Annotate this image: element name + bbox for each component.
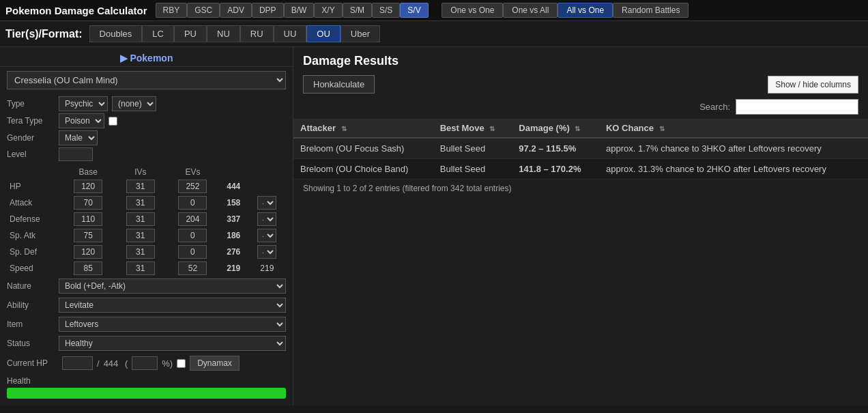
mode-btn-allvsone[interactable]: All vs One: [558, 3, 613, 18]
stat-row-spdef: Sp. Def276--: [7, 244, 286, 260]
type-select[interactable]: Psychic: [59, 96, 108, 111]
stat-nature-sel-3[interactable]: --: [257, 229, 276, 242]
stat-evs-input-3[interactable]: [178, 229, 207, 242]
type-row: Type Psychic (none): [7, 96, 286, 111]
results-toolbar: Honkalculate Show / hide columns: [293, 72, 868, 96]
current-hp-label: Current HP: [7, 358, 58, 368]
stat-ivs-input-5[interactable]: [126, 261, 155, 275]
stat-ivs-input-4[interactable]: [126, 245, 155, 259]
gen-btn-sv[interactable]: S/V: [400, 3, 428, 18]
mode-btn-onevsone[interactable]: One vs One: [442, 3, 503, 18]
damage-results-title: Damage Results: [293, 47, 868, 72]
stat-ivs-input-2[interactable]: [126, 212, 155, 226]
current-hp-input[interactable]: 444: [62, 356, 93, 370]
gen-btn-sm[interactable]: S/M: [343, 3, 372, 18]
status-select[interactable]: Healthy: [59, 336, 286, 351]
stat-row-speed: Speed219219: [7, 260, 286, 276]
status-label: Status: [7, 339, 55, 348]
stat-ivs-input-1[interactable]: [126, 196, 155, 210]
show-hide-columns-button[interactable]: Show / hide columns: [768, 76, 858, 94]
stat-col-base: Base: [62, 166, 115, 178]
stat-evs-input-5[interactable]: [178, 261, 207, 275]
stat-evs-input-4[interactable]: [178, 245, 207, 259]
gen-btn-dpp[interactable]: DPP: [252, 3, 284, 18]
tier-btn-ru[interactable]: RU: [240, 25, 274, 42]
stat-nature-sel-1[interactable]: --: [257, 196, 276, 210]
stat-row-hp: HP444: [7, 178, 286, 195]
col-kochance[interactable]: KO Chance ⇅: [599, 119, 868, 138]
hp-pct-input[interactable]: 100: [132, 356, 158, 370]
nature-select[interactable]: Bold (+Def, -Atk): [59, 279, 286, 294]
stat-evs-input-2[interactable]: [178, 212, 207, 226]
tier-btn-uber[interactable]: Uber: [341, 25, 380, 42]
stat-nature-sel-4[interactable]: --: [257, 245, 276, 259]
bestmove-sort-icon: ⇅: [489, 125, 495, 132]
tier-btn-lc[interactable]: LC: [142, 25, 174, 42]
stat-base-input-5[interactable]: [74, 261, 102, 275]
stat-base-input-4[interactable]: [74, 245, 102, 259]
stat-evs-input-1[interactable]: [178, 196, 207, 210]
stat-nature-sel-2[interactable]: --: [257, 212, 276, 226]
pokemon-select[interactable]: Cresselia (OU Calm Mind): [7, 71, 286, 89]
tier-btn-doubles[interactable]: Doubles: [89, 25, 143, 42]
ability-row: Ability Levitate: [0, 296, 293, 315]
pokemon-link[interactable]: Pokemon: [120, 53, 173, 63]
tier-btn-ou[interactable]: OU: [306, 25, 341, 42]
gen-btn-gsc[interactable]: GSC: [187, 3, 220, 18]
item-select[interactable]: Leftovers: [59, 317, 286, 332]
stat-name-4: Sp. Def: [7, 244, 62, 260]
stat-col-total: [219, 166, 248, 178]
tier-btn-uu[interactable]: UU: [274, 25, 307, 42]
stat-base-input-0[interactable]: [74, 180, 102, 193]
level-row: Level 100: [7, 147, 286, 161]
attacker-sort-icon: ⇅: [341, 125, 347, 132]
search-input[interactable]: breloom: [736, 99, 858, 115]
stat-total-1: 158: [219, 195, 248, 211]
col-bestmove[interactable]: Best Move ⇅: [433, 119, 512, 138]
dynamax-button[interactable]: Dynamax: [190, 356, 240, 371]
gen-btn-rby[interactable]: RBY: [156, 3, 188, 18]
nature-label: Nature: [7, 281, 55, 291]
health-bar-section: Health: [0, 373, 293, 404]
stat-ivs-input-0[interactable]: [126, 180, 155, 193]
col-attacker-label: Attacker: [300, 123, 336, 133]
tera-type-checkbox[interactable]: [108, 117, 117, 126]
tier-btn-nu[interactable]: NU: [207, 25, 240, 42]
search-row: Search: breloom: [293, 96, 868, 119]
type2-select[interactable]: (none): [112, 96, 156, 111]
mode-btn-onevsall[interactable]: One vs All: [503, 3, 558, 18]
stat-evs-input-0[interactable]: [178, 180, 207, 193]
pokemon-section-header: Pokemon: [0, 47, 293, 67]
stat-base-input-1[interactable]: [74, 196, 102, 210]
stat-base-input-3[interactable]: [74, 229, 102, 242]
nature-row: Nature Bold (+Def, -Atk): [0, 276, 293, 296]
gender-select[interactable]: Male: [59, 130, 98, 145]
gen-btn-bw[interactable]: B/W: [284, 3, 315, 18]
stat-base-input-2[interactable]: [74, 212, 102, 226]
format-bar: Tier(s)/Format: DoublesLCPUNURUUUOUUber: [0, 21, 868, 47]
gen-btn-adv[interactable]: ADV: [220, 3, 252, 18]
level-input[interactable]: 100: [59, 147, 93, 161]
gen-btn-xy[interactable]: X/Y: [314, 3, 342, 18]
showing-text: Showing 1 to 2 of 2 entries (filtered fr…: [293, 180, 868, 197]
tera-type-select[interactable]: Poison: [59, 113, 104, 128]
col-attacker[interactable]: Attacker ⇅: [293, 119, 433, 138]
tier-btn-pu[interactable]: PU: [174, 25, 207, 42]
stat-total-5: 219: [219, 260, 248, 276]
gen-btn-ss[interactable]: S/S: [372, 3, 400, 18]
results-row-0: Breloom (OU Focus Sash)Bullet Seed97.2 –…: [293, 138, 868, 159]
dynamax-checkbox[interactable]: [177, 359, 186, 368]
result-attacker-1: Breloom (OU Choice Band): [293, 159, 433, 180]
gender-label: Gender: [7, 133, 55, 143]
honkalculate-button[interactable]: Honkalculate: [303, 75, 375, 94]
mode-btn-randombattles[interactable]: Random Battles: [613, 3, 689, 18]
stat-row-spatk: Sp. Atk186--: [7, 227, 286, 244]
col-kochance-label: KO Chance: [606, 123, 654, 133]
stat-name-3: Sp. Atk: [7, 227, 62, 244]
ability-select[interactable]: Levitate: [59, 298, 286, 313]
stat-ivs-input-3[interactable]: [126, 229, 155, 242]
col-damage[interactable]: Damage (%) ⇅: [512, 119, 599, 138]
tera-type-row: Tera Type Poison: [7, 113, 286, 128]
tera-type-label: Tera Type: [7, 116, 55, 126]
level-label: Level: [7, 149, 55, 159]
